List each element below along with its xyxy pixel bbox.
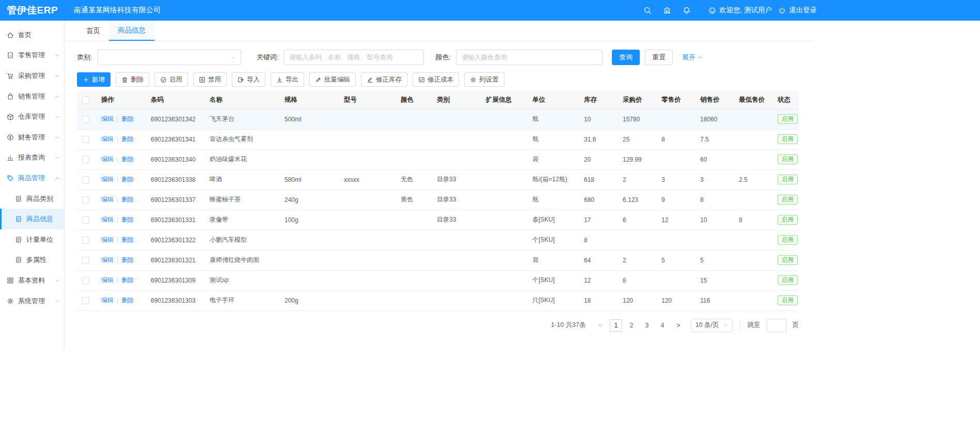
chevron-up-icon	[55, 176, 60, 181]
batch-edit-button[interactable]: 批量编辑	[309, 72, 356, 87]
cell-barcode: 6901236301309	[146, 270, 204, 290]
row-checkbox[interactable]	[82, 216, 89, 224]
sidebar-item-goods-category[interactable]: 商品类别	[0, 189, 64, 209]
delete-link[interactable]: 删除	[121, 176, 134, 183]
edit-link[interactable]: 编辑	[101, 196, 114, 203]
delete-link[interactable]: 删除	[121, 135, 134, 143]
tab-home[interactable]: 首页	[77, 21, 109, 41]
delete-link[interactable]: 删除	[121, 296, 134, 304]
cell-category: 目录33	[432, 190, 481, 210]
cell-barcode: 6901236301322	[146, 230, 204, 250]
sidebar-item-warehouse[interactable]: 仓库管理	[0, 106, 64, 127]
disable-icon	[199, 76, 206, 83]
search-button[interactable]: 查询	[612, 50, 640, 65]
fix-cost-button[interactable]: 修正成本	[413, 72, 459, 87]
sidebar-item-report[interactable]: 报表查询	[0, 148, 64, 168]
search-icon[interactable]	[643, 6, 652, 14]
enable-button[interactable]: 启用	[154, 72, 188, 87]
tab-product-info[interactable]: 商品信息	[109, 21, 154, 41]
row-checkbox[interactable]	[82, 237, 89, 244]
category-select[interactable]	[98, 50, 241, 65]
cell-model	[339, 230, 396, 250]
bell-icon[interactable]	[683, 6, 691, 14]
delete-link[interactable]: 删除	[121, 216, 134, 223]
edit-link[interactable]: 编辑	[101, 135, 114, 143]
column-settings-button[interactable]: 列设置	[464, 72, 504, 87]
row-checkbox[interactable]	[82, 257, 89, 264]
row-checkbox[interactable]	[82, 297, 89, 304]
sidebar-item-measure-unit[interactable]: 计量单位	[0, 229, 64, 250]
cell-stock: 17	[579, 210, 618, 230]
delete-link[interactable]: 删除	[121, 236, 134, 243]
row-checkbox[interactable]	[82, 277, 89, 284]
sidebar-item-goods[interactable]: 商品管理	[0, 168, 64, 189]
next-page-button[interactable]: >	[673, 321, 684, 329]
page-3-button[interactable]: 3	[641, 319, 653, 332]
cell-ext	[481, 230, 527, 250]
edit-link[interactable]: 编辑	[101, 155, 114, 163]
expand-toggle[interactable]: 展开	[682, 53, 703, 62]
row-checkbox[interactable]	[82, 116, 89, 123]
main-content: 首页商品信息 类别: 关键词: 颜色: 查询 重置 展开 新增删除启用禁用导入导…	[65, 21, 814, 332]
cell-name: 小鹏汽车模型	[204, 230, 279, 250]
row-checkbox[interactable]	[82, 156, 89, 163]
fix-stock-button[interactable]: 修正库存	[361, 72, 407, 87]
delete-button[interactable]: 删除	[116, 72, 149, 87]
row-checkbox[interactable]	[82, 196, 89, 204]
edit2-icon	[367, 76, 373, 83]
page-2-button[interactable]: 2	[625, 319, 638, 332]
page-4-button[interactable]: 4	[656, 319, 669, 332]
delete-link[interactable]: 删除	[121, 196, 134, 203]
sidebar-item-goods-info[interactable]: 商品信息	[0, 209, 64, 229]
delete-link[interactable]: 删除	[121, 256, 134, 263]
export-button[interactable]: 导出	[271, 72, 304, 87]
disable-button[interactable]: 禁用	[193, 72, 227, 87]
sidebar-item-finance[interactable]: 财务管理	[0, 127, 64, 148]
color-input[interactable]	[456, 50, 603, 65]
status-badge: 启用	[778, 114, 798, 124]
page-1-button[interactable]: 1	[610, 319, 622, 332]
sidebar-item-sales[interactable]: 销售管理	[0, 86, 64, 107]
import-button[interactable]: 导入	[232, 72, 265, 87]
edit-link[interactable]: 编辑	[101, 115, 114, 122]
sidebar-item-label: 商品信息	[26, 214, 53, 224]
cell-name: 奶油味爆米花	[204, 149, 279, 169]
add-button[interactable]: 新增	[77, 72, 110, 87]
status-badge: 启用	[778, 175, 798, 184]
edit-link[interactable]: 编辑	[101, 176, 114, 183]
edit-link[interactable]: 编辑	[101, 296, 114, 304]
edit-link[interactable]: 编辑	[101, 256, 114, 263]
reset-button[interactable]: 重置	[645, 50, 673, 65]
page-size-select[interactable]: 10 条/页	[691, 319, 733, 332]
prev-page-button[interactable]: <	[595, 321, 605, 329]
logout-button[interactable]: 退出登录	[778, 6, 817, 15]
cell-unit: 瓶	[527, 190, 579, 210]
edit-link[interactable]: 编辑	[101, 276, 114, 284]
table-row: 编辑|删除6901236301340奶油味爆米花袋20129.9960启用	[77, 149, 799, 169]
cell-sale	[695, 230, 734, 250]
edit-link[interactable]: 编辑	[101, 216, 114, 223]
sidebar-item-basic-data[interactable]: 基本资料	[0, 270, 64, 291]
cell-name: 录像带	[204, 210, 279, 230]
page-unit-label: 页	[793, 321, 799, 330]
row-checkbox[interactable]	[82, 176, 89, 183]
sidebar-item-home[interactable]: 首页	[0, 25, 64, 45]
edit-link[interactable]: 编辑	[101, 236, 114, 243]
sidebar-item-system[interactable]: 系统管理	[0, 291, 64, 311]
bank-icon[interactable]	[663, 6, 671, 14]
status-badge: 启用	[778, 295, 798, 305]
sidebar-item-purchase[interactable]: 采购管理	[0, 66, 64, 86]
cell-name: 蜂蜜柚子茶	[204, 190, 279, 210]
jump-page-input[interactable]	[767, 319, 786, 332]
keyword-input[interactable]	[283, 50, 424, 65]
sidebar-item-retail[interactable]: 零售管理	[0, 45, 64, 66]
grid-icon	[7, 277, 14, 284]
delete-link[interactable]: 删除	[121, 276, 134, 284]
sidebar-item-multi-attribute[interactable]: 多属性	[0, 250, 64, 271]
row-checkbox[interactable]	[82, 136, 89, 143]
cell-unit: 个[SKU]	[527, 230, 579, 250]
plus-icon	[83, 76, 89, 83]
delete-link[interactable]: 删除	[121, 155, 134, 163]
delete-link[interactable]: 删除	[121, 115, 134, 122]
select-all-checkbox[interactable]	[82, 97, 89, 104]
